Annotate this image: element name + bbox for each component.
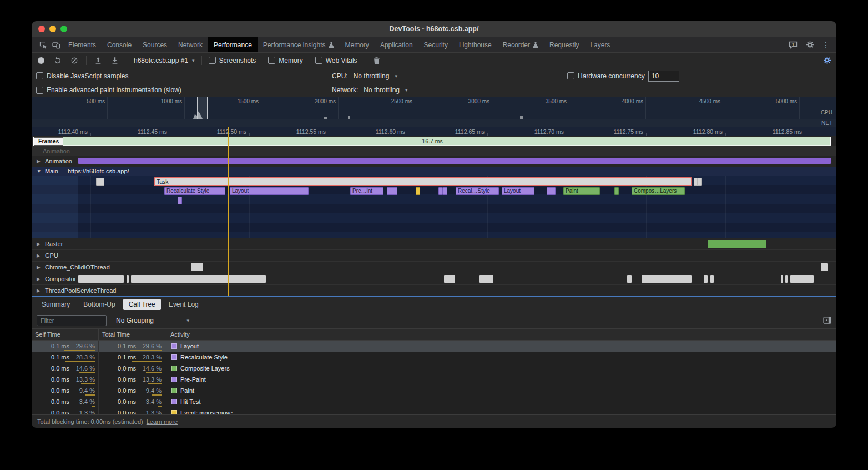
clear-recording-button[interactable] — [69, 56, 79, 66]
track-event-bar[interactable] — [704, 275, 708, 283]
collapsed-arrow-icon[interactable]: ▶ — [37, 264, 42, 270]
history-select[interactable]: h68otc.csb.app #1 ▾ — [134, 57, 195, 64]
event-pre-int[interactable]: Pre…int — [350, 187, 383, 195]
zoom-window-button[interactable] — [60, 26, 67, 32]
column-self-time[interactable]: Self Time — [32, 329, 99, 340]
flame-event-bar[interactable] — [387, 187, 397, 195]
call-tree-row[interactable]: 0.1 ms28.3 %0.1 ms28.3 %Recalculate Styl… — [32, 352, 836, 363]
cpu-throttling-select[interactable]: CPU: No throttling ▾ — [332, 72, 397, 80]
close-window-button[interactable] — [38, 26, 45, 32]
checkbox-icon[interactable] — [268, 57, 275, 64]
event-recalculate-style[interactable]: Recalculate Style — [164, 187, 225, 195]
device-toolbar-icon[interactable] — [49, 37, 63, 52]
save-profile-button[interactable] — [110, 56, 120, 66]
track-event-bar[interactable] — [627, 275, 632, 283]
call-tree-row[interactable]: 0.0 ms14.6 %0.0 ms14.6 %Composite Layers — [32, 363, 836, 374]
tab-call-tree[interactable]: Call Tree — [123, 299, 161, 310]
track-main-header[interactable]: ▼ Main — https://h68otc.csb.app/ — [32, 167, 836, 176]
tab-performance-insights[interactable]: Performance insights — [258, 37, 340, 52]
tab-layers[interactable]: Layers — [584, 37, 615, 52]
collapsed-arrow-icon[interactable]: ▶ — [37, 158, 42, 164]
collapsed-arrow-icon[interactable]: ▶ — [37, 253, 42, 258]
advanced-paint-checkbox[interactable]: Enable advanced paint instrumentation (s… — [36, 86, 181, 94]
learn-more-link[interactable]: Learn more — [147, 418, 178, 425]
grouping-select[interactable]: No Grouping ▾ — [116, 317, 189, 324]
flame-event-bar[interactable] — [443, 187, 447, 195]
call-tree-row[interactable]: 0.0 ms3.4 %0.0 ms3.4 %Hit Test — [32, 396, 836, 407]
track-event-bar[interactable] — [710, 275, 714, 283]
tab-performance[interactable]: Performance — [208, 37, 258, 52]
issues-counter-button[interactable]: 1 — [789, 41, 798, 49]
collapsed-arrow-icon[interactable]: ▶ — [37, 241, 42, 247]
event-recal-style[interactable]: Recal…Style — [456, 187, 499, 195]
flame-event-bar[interactable] — [547, 187, 556, 195]
call-tree-row[interactable]: 0.0 ms1.3 %0.0 ms1.3 %Event: mousemove — [32, 407, 836, 414]
track-gpu[interactable]: ▶GPU — [32, 249, 836, 261]
tab-sources[interactable]: Sources — [137, 37, 173, 52]
track-threadpoolservicethread[interactable]: ▶ThreadPoolServiceThread — [32, 284, 836, 296]
column-activity[interactable]: Activity — [165, 331, 836, 338]
overview-strip[interactable]: CPU NET 500 ms1000 ms1500 ms2000 ms2500 … — [32, 97, 836, 127]
delete-recording-button[interactable] — [372, 56, 382, 66]
checkbox-icon[interactable] — [315, 57, 322, 64]
minimize-window-button[interactable] — [49, 26, 56, 32]
load-profile-button[interactable] — [93, 56, 103, 66]
show-heaviest-stack-icon[interactable] — [823, 317, 831, 324]
track-event-bar[interactable] — [821, 263, 828, 271]
track-raster[interactable]: ▶Raster — [32, 238, 836, 249]
checkbox-screenshots[interactable]: Screenshots — [209, 57, 256, 64]
tab-elements[interactable]: Elements — [63, 37, 102, 52]
checkbox-icon[interactable] — [36, 72, 43, 79]
tab-lighthouse[interactable]: Lighthouse — [453, 37, 497, 52]
record-button[interactable] — [36, 56, 46, 66]
track-compositor[interactable]: ▶Compositor — [32, 273, 836, 284]
disable-js-samples-checkbox[interactable]: Disable JavaScript samples — [36, 72, 128, 80]
flame-event-bar[interactable] — [438, 187, 443, 195]
frame-bar[interactable]: 16.7 ms — [33, 137, 831, 146]
tab-network[interactable]: Network — [173, 37, 208, 52]
inspect-element-icon[interactable] — [36, 37, 49, 52]
overview-selection-window[interactable] — [197, 97, 208, 119]
filter-input[interactable] — [37, 315, 107, 326]
event-task[interactable]: Task — [154, 178, 692, 186]
column-total-time[interactable]: Total Time — [99, 329, 165, 340]
tab-recorder[interactable]: Recorder — [497, 37, 544, 52]
event-paint[interactable]: Paint — [563, 187, 600, 195]
window-titlebar[interactable]: DevTools - h68otc.csb.app/ — [32, 21, 836, 37]
tab-console[interactable]: Console — [102, 37, 137, 52]
track-event-bar[interactable] — [785, 275, 788, 283]
track-animation[interactable]: ▶ Animation — [32, 156, 836, 167]
hardware-concurrency-input[interactable] — [648, 71, 679, 82]
tab-summary[interactable]: Summary — [36, 299, 75, 310]
animation-event-bar[interactable] — [78, 158, 831, 164]
reload-and-record-button[interactable] — [53, 56, 63, 66]
track-event-bar[interactable] — [78, 275, 124, 283]
expanded-arrow-icon[interactable]: ▼ — [37, 168, 42, 174]
track-event-bar[interactable] — [781, 275, 783, 283]
checkbox-icon[interactable] — [36, 87, 43, 94]
tab-application[interactable]: Application — [375, 37, 418, 52]
flame-event-bar[interactable] — [416, 187, 420, 195]
tab-event-log[interactable]: Event Log — [163, 299, 204, 310]
tab-memory[interactable]: Memory — [340, 37, 375, 52]
devtools-settings-gear-icon[interactable] — [805, 40, 815, 50]
event-compos-layers[interactable]: Compos…Layers — [632, 187, 685, 195]
tab-requestly[interactable]: Requestly — [544, 37, 584, 52]
capture-settings-gear-icon[interactable] — [822, 56, 832, 66]
track-event-bar[interactable] — [191, 263, 203, 271]
track-event-bar[interactable] — [790, 275, 814, 283]
collapsed-arrow-icon[interactable]: ▶ — [37, 276, 42, 282]
track-event-bar[interactable] — [479, 275, 493, 283]
more-options-icon[interactable]: ⋮ — [822, 41, 830, 49]
call-tree-row[interactable]: 0.0 ms13.3 %0.0 ms13.3 %Pre-Paint — [32, 374, 836, 385]
track-event-bar[interactable] — [708, 240, 766, 248]
track-event-bar[interactable] — [642, 275, 692, 283]
event-layout[interactable]: Layout — [230, 187, 309, 195]
flame-event-bar[interactable] — [96, 178, 104, 186]
tab-security[interactable]: Security — [418, 37, 453, 52]
collapsed-arrow-icon[interactable]: ▶ — [37, 288, 42, 293]
call-tree-row[interactable]: 0.0 ms9.4 %0.0 ms9.4 %Paint — [32, 385, 836, 396]
tab-bottom-up[interactable]: Bottom-Up — [78, 299, 120, 310]
flame-event-bar[interactable] — [697, 178, 702, 186]
flame-chart[interactable]: TaskRecalculate StyleLayoutPre…intRecal…… — [32, 176, 836, 238]
